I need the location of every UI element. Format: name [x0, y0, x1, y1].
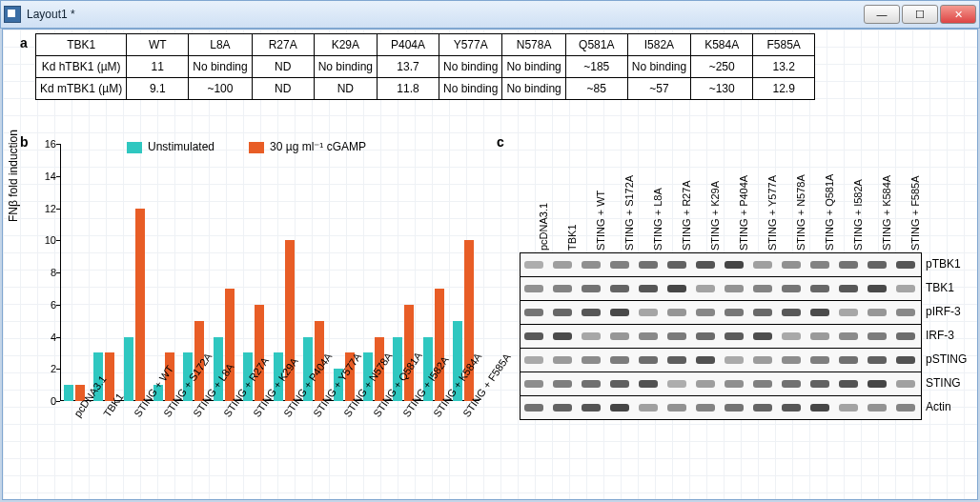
blot-band	[782, 380, 801, 388]
blot-band	[725, 285, 744, 292]
th: Y577A	[439, 34, 502, 56]
close-button[interactable]: ✕	[940, 5, 976, 24]
th: I582A	[627, 34, 690, 56]
blot-band	[667, 285, 686, 292]
blot-row	[521, 325, 921, 349]
blot-band	[610, 356, 629, 364]
window-title: Layout1 *	[27, 8, 864, 21]
blot-band	[839, 404, 858, 412]
minimize-button[interactable]: —	[864, 5, 900, 24]
cell: No binding	[314, 56, 377, 78]
cell: ~130	[691, 78, 753, 100]
blot-band	[553, 404, 572, 412]
cell: ND	[252, 78, 314, 100]
blot-band	[667, 261, 686, 269]
blot-band	[610, 332, 629, 340]
blot-band	[639, 261, 658, 269]
y-tick-label: 0	[37, 395, 56, 407]
blot-band	[725, 380, 744, 388]
blot-row	[521, 349, 921, 372]
blot-band	[868, 332, 887, 340]
blot-band	[582, 404, 601, 412]
blot-band	[582, 285, 601, 292]
blot-band	[810, 380, 829, 388]
blot-band	[553, 285, 572, 292]
blot-band	[553, 380, 572, 388]
lane-label: STING + S172A	[623, 175, 635, 251]
cell: 9.1	[127, 78, 189, 100]
cell: 13.7	[378, 56, 439, 78]
blot-band	[696, 404, 715, 412]
blot-band	[553, 356, 572, 364]
blot-band	[524, 309, 543, 316]
blot-band	[868, 285, 887, 292]
lane-label: STING + L8A	[652, 188, 664, 251]
blot-row	[521, 396, 921, 419]
lane-label: STING + P404A	[738, 175, 749, 251]
western-blot-panel: pcDNA3.1TBK1STING + WTSTING + S172ASTING…	[497, 151, 964, 475]
bar-unstim	[64, 385, 73, 401]
kd-table-header: TBK1 WT L8A R27A K29A P404A Y577A N578A …	[36, 34, 815, 56]
y-tick-label: 6	[37, 299, 56, 311]
blot-band	[810, 261, 829, 269]
blot-band	[610, 380, 629, 388]
blot-band	[753, 380, 772, 388]
blot-band	[896, 380, 915, 388]
blot-row-label: pIRF-3	[926, 305, 978, 318]
bar-unstim	[124, 337, 133, 402]
th: TBK1	[36, 34, 127, 56]
blot-band	[696, 356, 715, 364]
th: WT	[127, 34, 189, 56]
blot-row-label: TBK1	[926, 281, 978, 294]
blot-band	[810, 309, 829, 316]
blot-row-label: Actin	[926, 400, 978, 413]
blot-band	[582, 261, 601, 269]
cell: ~57	[627, 78, 690, 100]
y-tick-label: 10	[37, 234, 56, 246]
panel-a-label: a	[20, 35, 28, 50]
blot-band	[839, 356, 858, 364]
lane-label: STING + Y577A	[766, 175, 778, 251]
blot-band	[725, 261, 744, 269]
th: P404A	[378, 34, 439, 56]
blot-band	[782, 285, 801, 292]
blot-band	[696, 285, 715, 292]
blot-band	[810, 356, 829, 364]
lane-label: STING + N578A	[795, 174, 806, 251]
th: Q581A	[565, 34, 627, 56]
blot-band	[696, 309, 715, 316]
y-tick-label: 8	[37, 267, 56, 278]
blot-band	[782, 261, 801, 269]
cell: ~85	[565, 78, 627, 100]
cell: No binding	[439, 78, 502, 100]
blot-band	[753, 309, 772, 316]
worksheet-area[interactable]: a b c TBK1 WT L8A R27A K29A P404A Y577A …	[2, 29, 978, 500]
blot-band	[839, 261, 858, 269]
th: L8A	[189, 34, 252, 56]
blot-band	[868, 261, 887, 269]
blot-row	[521, 277, 921, 301]
blot-row	[521, 301, 921, 325]
maximize-button[interactable]: ☐	[902, 5, 938, 24]
blot-row-label: STING	[926, 376, 978, 390]
kd-row-m: Kd mTBK1 (µM) 9.1 ~100 ND ND 11.8 No bin…	[36, 78, 815, 100]
kd-table: TBK1 WT L8A R27A K29A P404A Y577A N578A …	[35, 33, 815, 100]
blot-band	[782, 309, 801, 316]
blot-band	[782, 404, 801, 412]
blot-band	[667, 332, 686, 340]
y-tick-label: 12	[37, 203, 56, 214]
titlebar[interactable]: Layout1 * — ☐ ✕	[0, 0, 980, 29]
lane-label: STING + Q581A	[824, 174, 835, 251]
bar-stim	[135, 209, 145, 402]
th: N578A	[502, 34, 565, 56]
blot-grid	[520, 252, 922, 420]
blot-band	[839, 309, 858, 316]
blot-band	[582, 332, 601, 340]
cell: No binding	[502, 78, 565, 100]
blot-band	[667, 309, 686, 316]
blot-band	[839, 332, 858, 340]
blot-band	[639, 309, 658, 316]
cell: 12.9	[753, 78, 815, 100]
blot-band	[810, 404, 829, 412]
kd-row-h: Kd hTBK1 (µM) 11 No binding ND No bindin…	[36, 56, 815, 78]
